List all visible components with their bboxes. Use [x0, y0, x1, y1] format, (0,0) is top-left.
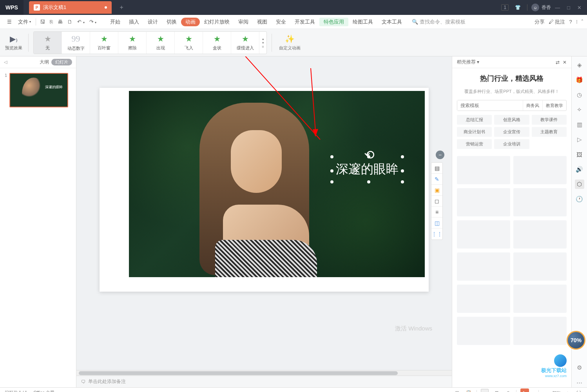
resize-handle[interactable]: [401, 155, 404, 158]
tab-insert[interactable]: 插入: [125, 15, 143, 29]
slide-canvas-area[interactable]: ⟲ 深邃的眼眸 − ▤ ✎ ▣: [76, 56, 452, 370]
tab-view[interactable]: 视图: [253, 15, 272, 29]
tab-animation[interactable]: 动画: [181, 18, 200, 26]
diamond-icon[interactable]: ◈: [575, 60, 584, 70]
slide[interactable]: ⟲ 深邃的眼眸 − ▤ ✎ ▣: [100, 88, 429, 292]
tab-texttools[interactable]: 文本工具: [377, 15, 406, 29]
more-icon[interactable]: ⋮⋮: [431, 229, 442, 240]
effect-wipe[interactable]: ★擦除: [118, 32, 147, 54]
play-icon[interactable]: ▷: [575, 135, 584, 144]
text-box-selected[interactable]: ⟲ 深邃的眼眸: [333, 158, 402, 181]
tab-feature[interactable]: 特色应用: [319, 18, 348, 26]
slides-tab[interactable]: 幻灯片: [51, 59, 72, 65]
tag-item[interactable]: 教学课件: [532, 115, 567, 125]
template-card[interactable]: [513, 252, 567, 281]
redo-icon[interactable]: ↷ ▾: [87, 19, 99, 25]
notes-area[interactable]: 🗨 单击此处添加备注: [76, 376, 452, 387]
horizontal-scrollbar[interactable]: [76, 370, 452, 376]
settings-icon[interactable]: ⚙: [575, 363, 584, 372]
annotate-button[interactable]: 🖊 批注: [549, 18, 565, 25]
resize-handle[interactable]: [367, 155, 370, 158]
zoom-out-button[interactable]: −: [543, 390, 548, 392]
sparkle-icon[interactable]: ✧: [575, 105, 584, 114]
tab-devtools[interactable]: 开发工具: [290, 15, 319, 29]
save-icon[interactable]: 🖫: [38, 19, 47, 25]
resize-handle[interactable]: [330, 155, 333, 158]
tag-business[interactable]: 商务风: [523, 100, 542, 111]
tag-item[interactable]: 企业培训: [494, 139, 529, 149]
layer-icon[interactable]: ▤: [431, 163, 442, 174]
tag-item[interactable]: 创意风格: [494, 115, 529, 125]
print-icon[interactable]: 🖶: [55, 19, 65, 25]
minus-circle-button[interactable]: −: [436, 151, 444, 159]
image-icon[interactable]: ▣: [431, 185, 442, 196]
template-search-input[interactable]: [457, 100, 523, 111]
text-icon[interactable]: ≡: [431, 207, 442, 218]
undo-icon[interactable]: ↶ ▾: [75, 19, 87, 25]
sound-icon[interactable]: 🔊: [575, 165, 584, 174]
preview-effect-button[interactable]: ▶₎ 预览效果: [4, 34, 24, 51]
template-card[interactable]: [457, 317, 510, 345]
collapse-ribbon-button[interactable]: ˆ: [582, 19, 583, 25]
command-search[interactable]: 🔍查找命令、搜索模板: [412, 18, 466, 25]
sorter-view-icon[interactable]: ⊞: [493, 389, 500, 392]
close-button[interactable]: ✕: [577, 5, 582, 11]
effect-scroll-buttons[interactable]: ▴▾≡: [259, 32, 266, 54]
template-card[interactable]: [457, 252, 510, 281]
custom-animation-button[interactable]: ✨ 自定义动画: [277, 34, 303, 51]
tab-drawtools[interactable]: 绘图工具: [348, 15, 377, 29]
effect-flyin[interactable]: ★飞入: [175, 32, 203, 54]
resize-handle[interactable]: [401, 169, 404, 172]
hamburger-icon[interactable]: ☰: [4, 15, 15, 29]
shape-icon[interactable]: ◫: [431, 218, 442, 229]
effect-none[interactable]: ★无: [34, 32, 62, 54]
slideshow-play-button[interactable]: ▶: [520, 388, 529, 392]
tab-slideshow[interactable]: 幻灯片放映: [200, 15, 234, 29]
wps-logo[interactable]: WPS: [0, 0, 24, 15]
print-preview-icon[interactable]: 🗋: [65, 19, 75, 25]
resize-handle[interactable]: [367, 180, 370, 183]
settings-icon[interactable]: ⇄: [556, 60, 560, 65]
minimize-button[interactable]: —: [555, 5, 560, 11]
help-button[interactable]: ?: [569, 19, 572, 25]
notification-badge[interactable]: 1: [501, 4, 509, 11]
tag-education[interactable]: 教育教学: [542, 100, 566, 111]
layers-icon[interactable]: ▥: [575, 120, 584, 129]
more-icon[interactable]: ⋯: [575, 378, 584, 387]
template-card[interactable]: [513, 156, 567, 184]
normal-view-icon[interactable]: ▭: [481, 389, 489, 392]
collapse-panel-button[interactable]: ◁: [4, 60, 7, 65]
template-card[interactable]: [457, 156, 510, 184]
template-card[interactable]: [513, 188, 567, 216]
resize-handle[interactable]: [401, 180, 404, 183]
clipboard-icon[interactable]: 📋: [465, 389, 473, 392]
tab-review[interactable]: 审阅: [234, 15, 253, 29]
effect-dynamic-number[interactable]: 99动态数字: [62, 32, 90, 54]
cube-icon[interactable]: ⬡: [575, 180, 584, 189]
effect-appear[interactable]: ★出现: [147, 32, 175, 54]
template-card[interactable]: [513, 220, 567, 249]
new-tab-button[interactable]: +: [116, 2, 127, 13]
palette-icon[interactable]: ◷: [575, 90, 584, 100]
maximize-button[interactable]: □: [567, 5, 570, 11]
tab-start[interactable]: 开始: [106, 15, 125, 29]
tag-item[interactable]: 企业宣传: [494, 127, 529, 137]
clock-icon[interactable]: 🕐: [575, 194, 584, 204]
rotate-handle-icon[interactable]: ⟲: [364, 147, 370, 154]
gift-icon[interactable]: 🎁: [575, 75, 584, 85]
crop-icon[interactable]: ◻: [431, 196, 442, 207]
reading-view-icon[interactable]: ▯: [504, 389, 512, 392]
share-button[interactable]: 分享: [534, 18, 545, 25]
notes-toggle-icon[interactable]: 🗨: [453, 389, 461, 392]
apparel-icon[interactable]: 👕: [513, 3, 523, 12]
outline-tab[interactable]: 大纲: [40, 59, 49, 65]
tag-item[interactable]: 总结汇报: [457, 115, 492, 125]
tag-item[interactable]: 营销运营: [457, 139, 492, 149]
effect-box[interactable]: ★盒状: [203, 32, 231, 54]
zoom-in-button[interactable]: +: [565, 390, 571, 392]
image-icon[interactable]: 🖼: [575, 150, 584, 159]
template-card[interactable]: [513, 317, 567, 345]
tab-security[interactable]: 安全: [272, 15, 290, 29]
file-menu[interactable]: 文件 ▾: [15, 15, 34, 29]
tag-item[interactable]: 商业计划书: [457, 127, 492, 137]
